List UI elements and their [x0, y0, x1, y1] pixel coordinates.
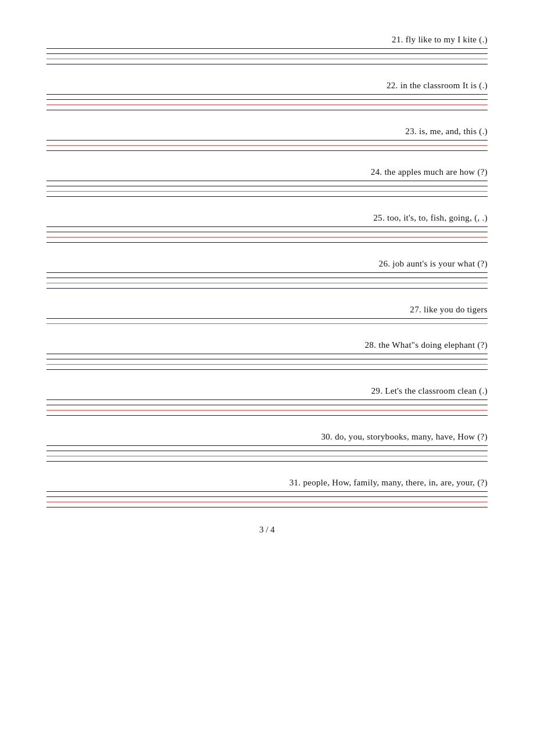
- exercise-lines-ex22: [46, 94, 488, 110]
- answer-line: [46, 232, 488, 232]
- answer-line: [46, 186, 488, 186]
- exercise-ex23: 23. is, me, and, this (.): [46, 127, 488, 151]
- answer-line: [46, 399, 488, 400]
- answer-line: [46, 318, 488, 319]
- exercise-ex31: 31. people, How, family, many, there, in…: [46, 478, 488, 507]
- answer-line: [46, 364, 488, 365]
- answer-line: [46, 491, 488, 492]
- exercise-lines-ex25: [46, 226, 488, 243]
- answer-line: [46, 323, 488, 324]
- exercise-prompt-ex29: 29. Let's the classroom clean (.): [46, 386, 488, 396]
- exercise-ex29: 29. Let's the classroom clean (.): [46, 386, 488, 416]
- exercise-lines-ex21: [46, 48, 488, 64]
- answer-line: [46, 150, 488, 151]
- answer-line: [46, 99, 488, 100]
- exercise-ex28: 28. the What"s doing elephant (?): [46, 340, 488, 370]
- answer-line: [46, 140, 488, 141]
- exercise-ex25: 25. too, it's, to, fish, going, (, .): [46, 213, 488, 243]
- answer-line: [46, 415, 488, 416]
- answer-line: [46, 451, 488, 451]
- answer-line: [46, 445, 488, 446]
- exercise-prompt-ex23: 23. is, me, and, this (.): [46, 127, 488, 136]
- exercise-prompt-ex24: 24. the apples much are how (?): [46, 167, 488, 177]
- answer-line: [46, 496, 488, 497]
- answer-line: [46, 502, 488, 502]
- exercise-lines-ex31: [46, 491, 488, 507]
- exercise-prompt-ex27: 27. like you do tigers: [46, 305, 488, 315]
- answer-line: [46, 53, 488, 54]
- answer-line: [46, 237, 488, 237]
- exercise-lines-ex24: [46, 181, 488, 197]
- answer-line: [46, 59, 488, 59]
- answer-line: [46, 369, 488, 370]
- answer-line: [46, 145, 488, 146]
- answer-line: [46, 94, 488, 95]
- exercise-lines-ex29: [46, 399, 488, 416]
- exercise-ex26: 26. job aunt's is your what (?): [46, 259, 488, 289]
- exercise-ex22: 22. in the classroom It is (.): [46, 81, 488, 110]
- exercise-ex27: 27. like you do tigers: [46, 305, 488, 324]
- answer-line: [46, 272, 488, 273]
- exercise-lines-ex28: [46, 354, 488, 370]
- answer-line: [46, 354, 488, 354]
- answer-line: [46, 105, 488, 105]
- exercise-prompt-ex28: 28. the What"s doing elephant (?): [46, 340, 488, 350]
- answer-line: [46, 410, 488, 411]
- answer-line: [46, 461, 488, 462]
- exercise-prompt-ex26: 26. job aunt's is your what (?): [46, 259, 488, 269]
- answer-line: [46, 196, 488, 197]
- answer-line: [46, 507, 488, 507]
- page-number: 3 / 4: [46, 525, 488, 535]
- answer-line: [46, 64, 488, 64]
- answer-line: [46, 278, 488, 278]
- exercise-prompt-ex30: 30. do, you, storybooks, many, have, How…: [46, 432, 488, 442]
- exercise-ex30: 30. do, you, storybooks, many, have, How…: [46, 432, 488, 462]
- answer-line: [46, 456, 488, 456]
- exercise-prompt-ex31: 31. people, How, family, many, there, in…: [46, 478, 488, 488]
- exercise-prompt-ex25: 25. too, it's, to, fish, going, (, .): [46, 213, 488, 223]
- answer-line: [46, 191, 488, 192]
- answer-line: [46, 242, 488, 243]
- exercise-lines-ex30: [46, 445, 488, 462]
- answer-line: [46, 283, 488, 283]
- answer-line: [46, 405, 488, 405]
- exercise-lines-ex26: [46, 272, 488, 289]
- answer-line: [46, 359, 488, 359]
- exercise-lines-ex27: [46, 318, 488, 324]
- page: 21. fly like to my I kite (.)22. in the …: [0, 0, 534, 756]
- answer-line: [46, 226, 488, 227]
- exercise-ex24: 24. the apples much are how (?): [46, 167, 488, 197]
- answer-line: [46, 181, 488, 181]
- exercise-prompt-ex21: 21. fly like to my I kite (.): [46, 35, 488, 45]
- answer-line: [46, 48, 488, 49]
- exercise-prompt-ex22: 22. in the classroom It is (.): [46, 81, 488, 91]
- exercise-ex21: 21. fly like to my I kite (.): [46, 35, 488, 64]
- answer-line: [46, 288, 488, 289]
- exercise-lines-ex23: [46, 140, 488, 151]
- answer-line: [46, 110, 488, 110]
